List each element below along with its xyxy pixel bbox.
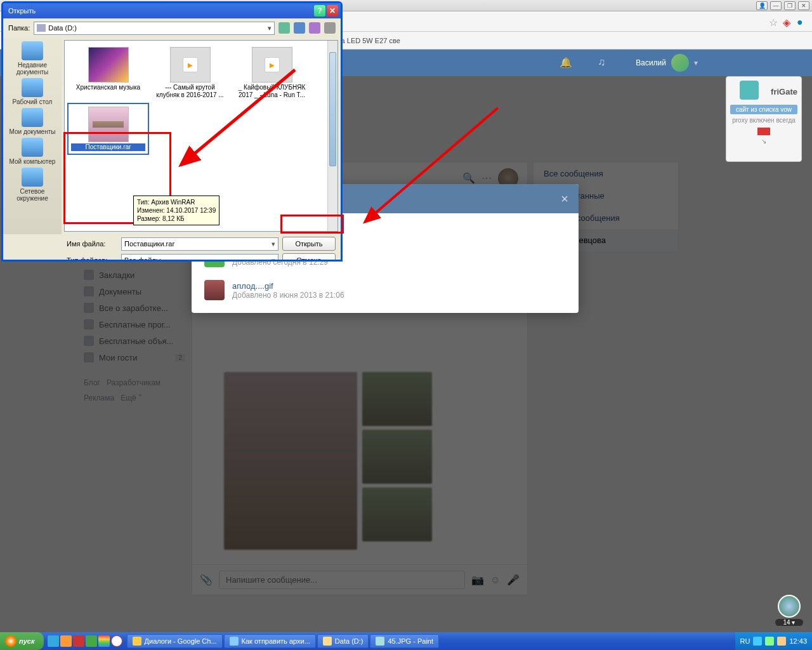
blue-ext-icon[interactable]: ● (797, 17, 807, 27)
up-icon[interactable] (294, 22, 305, 34)
yandex-icon[interactable] (111, 635, 122, 647)
file-label: --- Самый крутой клубняк в 2016-2017 ... (153, 84, 227, 99)
tray-icon[interactable] (777, 637, 786, 646)
tray-icon[interactable] (753, 637, 762, 646)
drive-icon (37, 24, 46, 32)
file-thumb-icon (204, 280, 225, 300)
quicklaunch (44, 635, 126, 647)
place-icon (22, 138, 43, 157)
close-icon[interactable]: × (561, 192, 568, 206)
taskbar-item[interactable]: Как отправить архи... (224, 634, 316, 648)
ql-icon[interactable] (48, 635, 59, 647)
file-name: аплод....gif (232, 281, 344, 291)
places-item[interactable]: Сетевое окружение (7, 168, 58, 202)
clock[interactable]: 12:43 (789, 637, 807, 645)
place-icon (22, 168, 43, 187)
arrow-icon[interactable]: ↘ (730, 138, 797, 145)
file-item[interactable]: Христианская музыка (69, 44, 148, 102)
file-label: _ Кайфовый КЛУБНЯК 2017 _ - Luna - Run T… (235, 84, 309, 99)
shield-icon[interactable]: ◈ (783, 17, 793, 27)
frigate-logo-icon (740, 81, 759, 100)
start-button[interactable]: пуск (0, 632, 44, 650)
file-date: Добавлено 8 июня 2013 в 21:06 (232, 291, 344, 300)
filetype-dropdown[interactable]: Все файлы (121, 254, 278, 262)
file-icon (88, 107, 129, 142)
file-icon (88, 47, 129, 83)
place-icon (22, 41, 43, 60)
close-icon[interactable]: ✕ (798, 1, 809, 10)
avatar (671, 54, 689, 72)
app-icon (376, 637, 384, 646)
place-icon (22, 108, 43, 127)
scrollbar[interactable] (327, 41, 337, 231)
places-sidebar: Недавние документыРабочий столМои докуме… (3, 37, 62, 234)
attachment-row[interactable]: аплод....gifДобавлено 8 июня 2013 в 21:0… (192, 274, 579, 307)
file-item[interactable]: Поставщики.rar (69, 104, 148, 154)
filename-input[interactable]: Поставщики.rar (121, 237, 278, 251)
ql-icon[interactable] (86, 635, 97, 647)
open-button[interactable]: Открыть (282, 237, 336, 251)
flag-icon (757, 128, 770, 135)
maximize-icon[interactable]: ❐ (784, 1, 796, 10)
new-folder-icon[interactable] (309, 22, 320, 34)
places-item[interactable]: Недавние документы (7, 41, 58, 76)
dialog-title: Открыть (8, 7, 36, 15)
folder-dropdown[interactable]: Data (D:) (34, 22, 275, 35)
file-icon (170, 47, 211, 83)
ql-icon[interactable] (60, 635, 72, 647)
tray-icon[interactable] (765, 637, 774, 646)
help-icon[interactable]: ? (314, 5, 325, 17)
windows-logo-icon (5, 635, 16, 647)
filetype-label: Тип файлов: (67, 256, 117, 262)
minimize-icon[interactable]: — (770, 1, 782, 10)
folder-toolbar: Папка: Data (D:) (3, 18, 341, 37)
star-icon[interactable]: ☆ (769, 17, 779, 27)
close-icon[interactable]: ✕ (327, 5, 338, 17)
taskbar-item[interactable]: Диалоги - Google Ch... (127, 634, 223, 648)
file-label: Поставщики.rar (71, 143, 145, 151)
ql-icon[interactable] (73, 635, 84, 647)
places-item[interactable]: Мой компьютер (7, 138, 58, 165)
dialog-titlebar[interactable]: Открыть ? ✕ (3, 3, 341, 18)
widget-count: 14 ▾ (775, 619, 803, 626)
chat-widget[interactable]: 14 ▾ (775, 595, 803, 626)
taskbar-item[interactable]: 45.JPG - Paint (370, 634, 439, 648)
places-item[interactable]: Рабочий стол (7, 78, 58, 105)
vk-username: Василий (636, 58, 666, 67)
folder-label: Папка: (8, 24, 30, 32)
filename-label: Имя файла: (67, 240, 117, 248)
views-icon[interactable] (324, 22, 336, 34)
places-item[interactable]: Мои документы (7, 108, 58, 135)
file-tooltip: Тип: Архив WinRAR Изменен: 14.10.2017 12… (133, 196, 219, 225)
file-label: Христианская музыка (71, 84, 145, 91)
dialog-bottom: Имя файла: Поставщики.rar Открыть Тип фа… (3, 234, 341, 262)
chrome-icon[interactable] (98, 635, 110, 647)
lang-indicator[interactable]: RU (740, 637, 750, 645)
file-item[interactable]: --- Самый крутой клубняк в 2016-2017 ... (150, 44, 230, 102)
taskbar: пуск Диалоги - Google Ch...Как отправить… (0, 632, 812, 650)
user-icon[interactable]: 👤 (756, 1, 768, 10)
vk-user-menu[interactable]: Василий ▾ (636, 54, 698, 72)
scrollbar-thumb[interactable] (329, 52, 336, 166)
frigate-status: сайт из списка vow (730, 105, 797, 114)
system-tray: RU 12:43 (735, 632, 812, 650)
bell-icon[interactable]: 🔔 (560, 56, 572, 69)
widget-avatar (778, 595, 801, 618)
frigate-panel[interactable]: friGate сайт из списка vow proxy включен… (726, 76, 802, 162)
file-icon (252, 47, 292, 83)
app-icon (323, 637, 332, 646)
app-icon (133, 637, 141, 646)
cancel-button[interactable]: Отмена (282, 253, 336, 262)
back-icon[interactable] (278, 22, 290, 34)
frigate-proxy: proxy включен всегда (730, 117, 797, 124)
file-item[interactable]: _ Кайфовый КЛУБНЯК 2017 _ - Luna - Run T… (232, 44, 311, 102)
app-icon (230, 637, 239, 646)
music-icon[interactable]: ♫ (598, 56, 610, 69)
place-icon (22, 78, 43, 97)
taskbar-item[interactable]: Data (D:) (317, 634, 369, 648)
